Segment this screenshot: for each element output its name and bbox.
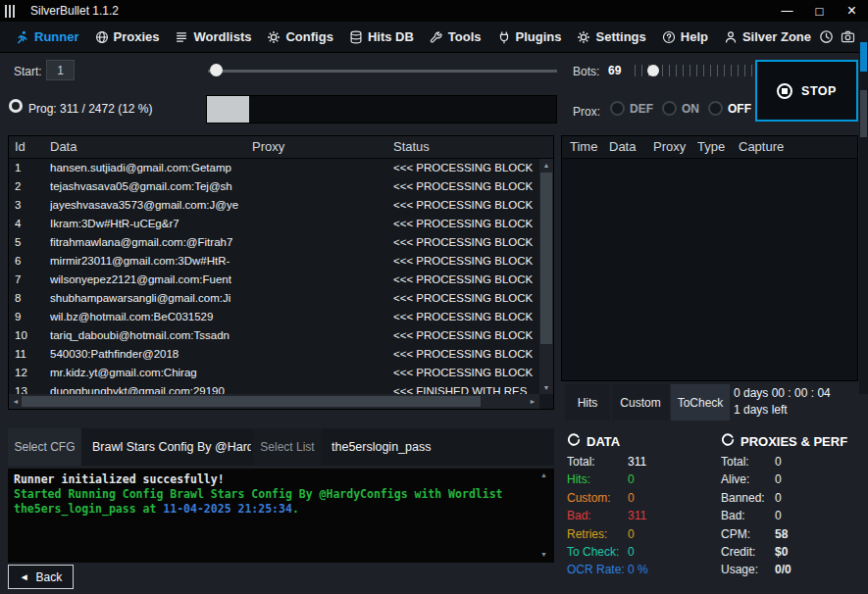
help-icon	[662, 30, 676, 44]
menu-item-settings[interactable]: Settings	[569, 22, 653, 52]
col-status: Status	[393, 139, 430, 154]
start-input[interactable]	[46, 60, 75, 80]
stat-label: Alive:	[721, 470, 775, 488]
table-row[interactable]: 10 tariq_daboubi@hotmail.com:Tssadn <<< …	[9, 326, 539, 345]
table-row[interactable]: 9 wil.bz@hotmail.com:BeC031529 <<< PROCE…	[9, 308, 539, 326]
menu-item-silverzone[interactable]: Silver Zone	[716, 22, 819, 52]
scroll-right-icon[interactable]: ►	[526, 395, 539, 408]
menu-item-configs[interactable]: Configs	[259, 22, 340, 52]
remaining-time: 1 days left	[734, 402, 831, 419]
camera-icon[interactable]	[841, 29, 855, 44]
bots-slider-thumb[interactable]	[647, 65, 659, 76]
cell-data: wil.bz@hotmail.com:BeC031529	[50, 308, 248, 326]
cell-id: 1	[15, 159, 46, 177]
vertical-scroll-thumb[interactable]	[540, 173, 552, 344]
stat-value: 0	[775, 489, 782, 507]
scroll-thumb-active[interactable]	[860, 42, 867, 72]
wordlist-name: the5erslogin_pass	[332, 428, 431, 466]
menu-item-runner[interactable]: Runner	[8, 22, 87, 52]
stat-row: Alive:0	[721, 470, 866, 488]
cell-status: <<< FINISHED WITH RES	[393, 382, 537, 394]
cell-data: mirmir23011@gmail.com:3Dw#HtR-	[50, 252, 248, 271]
menu-item-plugins[interactable]: Plugins	[489, 22, 570, 52]
table-row[interactable]: 11 540030:Pathfinder@2018 <<< PROCESSING…	[9, 345, 539, 364]
stat-row: Custom:0	[567, 489, 716, 507]
select-cfg-button[interactable]: Select CFG	[8, 428, 81, 466]
menu-item-tools[interactable]: Tools	[422, 22, 489, 52]
menu-item-label: Proxies	[114, 29, 160, 44]
proxies-stats-panel: PROXIES & PERF Total:0Alive:0Banned:0Bad…	[721, 432, 866, 579]
table-row[interactable]: 3 jayeshvasava3573@gmail.com:J@ye <<< PR…	[9, 196, 539, 215]
cell-id: 6	[15, 252, 46, 271]
cell-data: tejashvasava05@gmail.com:Tej@sh	[50, 177, 248, 196]
start-slider[interactable]	[208, 63, 557, 78]
table-row[interactable]: 12 mr.kidz.yt@gmail.com:Chirag <<< PROCE…	[9, 364, 539, 382]
menu-item-wordlists[interactable]: Wordlists	[167, 22, 259, 52]
table-row[interactable]: 7 wilsonyepez2121@gmail.com:Fuent <<< PR…	[9, 271, 539, 289]
stat-row: Hits:0	[567, 470, 716, 488]
menu-item-label: Silver Zone	[742, 29, 811, 44]
cell-id: 7	[15, 271, 46, 289]
scroll-down-icon[interactable]: ▼	[539, 381, 553, 394]
table-row[interactable]: 4 Ikram:3Dw#HtR-uCEg&r7 <<< PROCESSING B…	[9, 215, 539, 233]
cell-id: 13	[15, 382, 46, 394]
stat-row: Usage:0/0	[721, 561, 866, 578]
stat-row: Bad:311	[567, 507, 716, 524]
stat-value: 58	[775, 525, 788, 543]
stat-row: CPM:58	[721, 525, 866, 543]
back-button[interactable]: ◄ Back	[8, 565, 74, 589]
bots-slider[interactable]	[635, 59, 752, 82]
prox-option-def[interactable]: DEF	[610, 101, 653, 116]
log-scroll-up-icon[interactable]: ▲	[540, 471, 547, 478]
gear-icon	[267, 30, 281, 44]
col-data: Data	[609, 139, 636, 154]
table-row[interactable]: 13 duongbungbvkt@gmail.com:29190 <<< FIN…	[9, 382, 539, 394]
stop-button[interactable]: STOP	[755, 60, 858, 122]
cell-id: 9	[15, 308, 46, 326]
person-icon	[724, 30, 738, 44]
history-icon[interactable]	[819, 29, 834, 44]
stat-value: 0	[775, 453, 782, 470]
log-scroll-down-icon[interactable]: ▼	[540, 551, 547, 558]
horizontal-scroll-thumb[interactable]	[22, 396, 481, 407]
stat-label: Usage:	[721, 561, 775, 578]
cell-data: fitrahmawlana@gmail.com:@Fitrah7	[50, 233, 248, 252]
prox-option-on[interactable]: ON	[662, 101, 699, 116]
tab-hits[interactable]: Hits	[565, 384, 610, 421]
col-data: Data	[50, 139, 77, 154]
results-horizontal-scrollbar[interactable]: ◄ ►	[9, 394, 539, 409]
minimize-button[interactable]: —	[771, 0, 803, 22]
col-capture: Capture	[739, 139, 784, 154]
table-row[interactable]: 1 hansen.sutjiadi@gmail.com:Getamp <<< P…	[9, 159, 539, 177]
table-row[interactable]: 6 mirmir23011@gmail.com:3Dw#HtR- <<< PRO…	[9, 252, 539, 271]
results-vertical-scrollbar[interactable]: ▲ ▼	[539, 159, 553, 394]
stat-label: Hits:	[567, 470, 628, 488]
menu-item-hitsdb[interactable]: Hits DB	[341, 22, 422, 52]
tab-custom[interactable]: Custom	[612, 384, 669, 421]
prox-option-off[interactable]: OFF	[708, 101, 751, 116]
scroll-thumb[interactable]	[860, 90, 867, 137]
prox-label: Prox:	[573, 105, 600, 119]
select-list-button[interactable]: Select List	[253, 428, 322, 466]
plug-icon	[497, 30, 511, 44]
proxies-stats-rows: Total:0Alive:0Banned:0Bad:0CPM:58Credit:…	[721, 453, 866, 579]
scrollbar-corner	[539, 394, 553, 409]
tab-tocheck[interactable]: ToCheck	[671, 384, 730, 421]
scroll-up-icon[interactable]: ▲	[539, 159, 553, 172]
start-slider-thumb[interactable]	[210, 64, 223, 76]
table-row[interactable]: 5 fitrahmawlana@gmail.com:@Fitrah7 <<< P…	[9, 233, 539, 252]
bots-label: Bots:	[573, 65, 599, 78]
log-output: Runner initialized succesfully!Started R…	[8, 469, 554, 563]
table-row[interactable]: 8 shubhampawarsangli@gmail.com:Ji <<< PR…	[9, 289, 539, 308]
menu-item-help[interactable]: Help	[654, 22, 716, 52]
start-slider-track[interactable]	[208, 70, 557, 73]
stat-value: 0/0	[775, 561, 791, 578]
table-row[interactable]: 2 tejashvasava05@gmail.com:Tej@sh <<< PR…	[9, 177, 539, 196]
maximize-button[interactable]: □	[803, 0, 836, 22]
stat-value: $0	[775, 543, 788, 561]
window-scrollbar[interactable]	[859, 29, 868, 394]
close-button[interactable]: ×	[836, 0, 868, 22]
menu-item-proxies[interactable]: Proxies	[87, 22, 168, 52]
scroll-left-icon[interactable]: ◄	[9, 395, 23, 408]
cell-id: 5	[15, 233, 46, 252]
